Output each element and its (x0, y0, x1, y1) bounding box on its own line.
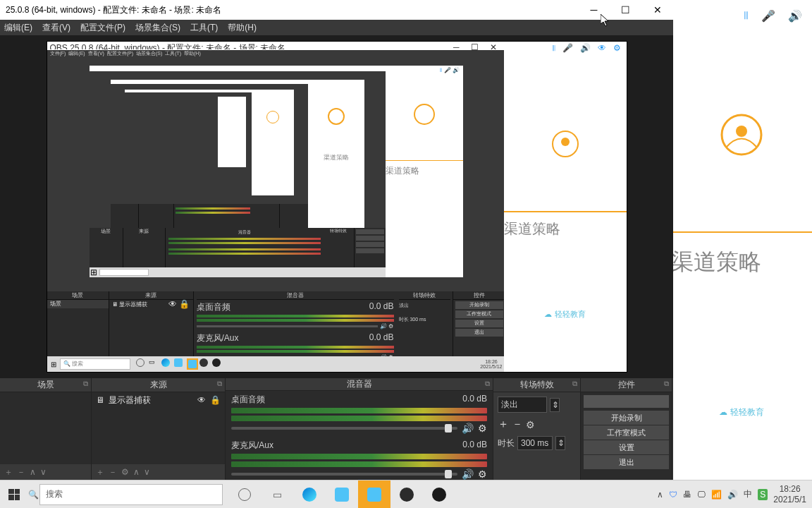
preview-area[interactable]: OBS 25.0.8 (64-bit, windows) - 配置文件: 未命名… (0, 35, 673, 378)
tray-wifi-icon[interactable]: 📶 (711, 490, 722, 500)
transition-spin[interactable]: ⇕ (550, 398, 560, 412)
windows-taskbar: 🔍 搜索 ▭ ∧ 🛡 🖶 🖵 📶 🔊 中 S 18:26 2021/5/1 (0, 480, 812, 508)
scene-down-button[interactable]: ∨ (40, 467, 47, 477)
tray-volume-icon[interactable]: 🔊 (727, 490, 738, 500)
nested-gear-icon: ⚙ (613, 43, 621, 54)
lock-toggle[interactable]: 🔒 (210, 395, 221, 405)
window-title: 25.0.8 (64-bit, windows) - 配置文件: 未命名 - 场… (6, 4, 578, 16)
tray-sogou-icon[interactable]: S (758, 489, 768, 500)
channel-name: 麦克风/Aux (231, 440, 273, 452)
taskbar-app-dark1[interactable] (390, 480, 423, 509)
popout-icon[interactable]: ⧉ (83, 380, 88, 388)
taskbar-app-1[interactable]: ▭ (261, 480, 293, 509)
tray-printer-icon[interactable]: 🖶 (683, 490, 691, 500)
visibility-toggle[interactable]: 👁 (197, 395, 206, 405)
nested-close-icon: ✕ (484, 42, 503, 49)
nested-speaker-icon: 🔊 (580, 43, 591, 54)
controls-body: 开始录制 工作室模式 设置 退出 (581, 392, 672, 480)
source-down-button[interactable]: ∨ (144, 467, 150, 477)
nested-max-icon: ☐ (465, 42, 484, 49)
studio-mode-button[interactable]: 工作室模式 (584, 425, 669, 440)
popout-icon[interactable]: ⧉ (485, 380, 490, 388)
stream-button[interactable] (584, 395, 669, 408)
remove-scene-button[interactable]: － (17, 466, 25, 478)
taskbar-edge[interactable] (293, 480, 326, 509)
nested-min-icon: ─ (448, 42, 465, 49)
popout-icon[interactable]: ⧉ (217, 380, 222, 388)
sources-list[interactable]: 🖥 显示器捕获 👁 🔒 (92, 392, 225, 464)
svg-point-1 (736, 126, 747, 137)
nested-title-text: 渠道策略 (504, 219, 627, 238)
settings-button[interactable]: 设置 (584, 440, 669, 454)
popout-icon[interactable]: ⧉ (572, 380, 577, 388)
menubar: 编辑(E) 查看(V) 配置文件(P) 场景集合(S) 工具(T) 帮助(H) (0, 20, 673, 35)
tray-chevron-icon[interactable]: ∧ (657, 490, 663, 500)
nested-signal-icon: ⫴ (552, 43, 555, 54)
taskbar-obs[interactable] (423, 480, 455, 509)
volume-slider[interactable] (231, 473, 457, 476)
channel-settings-button[interactable]: ⚙ (478, 468, 487, 480)
transition-select[interactable]: 淡出 (498, 397, 547, 413)
channel-settings-button[interactable]: ⚙ (478, 423, 487, 434)
add-transition-button[interactable]: ＋ (498, 417, 509, 432)
taskbar-app-blue[interactable] (326, 480, 358, 509)
audio-meter (231, 408, 487, 413)
mute-button[interactable]: 🔊 (462, 423, 474, 434)
search-icon[interactable]: 🔍 (28, 490, 38, 500)
audio-meter (231, 461, 487, 467)
mic-icon: 🎤 (761, 9, 775, 23)
nested-eye-icon: 👁 (598, 43, 606, 54)
menu-scenes[interactable]: 场景集合(S) (135, 22, 180, 34)
nested-logo (548, 126, 583, 162)
menu-edit[interactable]: 编辑(E) (4, 22, 32, 34)
remove-source-button[interactable]: － (109, 466, 117, 478)
exit-button[interactable]: 退出 (584, 455, 669, 469)
source-props-button[interactable]: ⚙ (121, 467, 129, 477)
mixer-body: 桌面音频 0.0 dB 🔊 ⚙ 麦克风/Aux 0.0 dB (226, 391, 493, 483)
nested-brand: ☁ 轻轻教育 (504, 309, 627, 320)
mute-button[interactable]: 🔊 (462, 468, 474, 480)
dock-sources: 来源 ⧉ 🖥 显示器捕获 👁 🔒 ＋ － ⚙ ∧ ∨ (92, 378, 226, 480)
close-button[interactable]: ✕ (641, 0, 673, 20)
minimize-button[interactable]: ─ (578, 0, 610, 20)
signal-icon: ⫴ (744, 9, 749, 22)
tray-shield-icon[interactable]: 🛡 (669, 490, 677, 500)
duration-spin[interactable]: ⇕ (555, 436, 565, 450)
start-recording-button[interactable]: 开始录制 (584, 411, 669, 425)
remove-transition-button[interactable]: － (512, 417, 523, 432)
svg-point-3 (561, 138, 570, 146)
taskbar-apps: ▭ (228, 480, 455, 509)
background-brand: ☁ 轻轻教育 (671, 405, 812, 418)
volume-slider[interactable] (231, 427, 457, 430)
add-scene-button[interactable]: ＋ (4, 466, 13, 478)
source-label: 显示器捕获 (109, 394, 151, 406)
source-up-button[interactable]: ∧ (133, 467, 140, 477)
tray-clock[interactable]: 18:26 2021/5/1 (773, 484, 806, 504)
nested-title: OBS 25.0.8 (64-bit, windows) - 配置文件: 未命名… (50, 42, 448, 49)
system-tray: ∧ 🛡 🖶 🖵 📶 🔊 中 S 18:26 2021/5/1 (651, 484, 812, 504)
menu-help[interactable]: 帮助(H) (228, 22, 257, 34)
taskbar-search-input[interactable]: 搜索 (39, 484, 223, 505)
task-view-button[interactable] (228, 480, 261, 509)
duration-input[interactable]: 300 ms (517, 436, 553, 450)
menu-tools[interactable]: 工具(T) (190, 22, 218, 34)
source-item-display[interactable]: 🖥 显示器捕获 👁 🔒 (92, 392, 225, 408)
duration-label: 时长 (498, 437, 515, 449)
monitor-icon: 🖥 (96, 395, 104, 405)
start-button[interactable] (0, 480, 28, 509)
tray-ime-icon[interactable]: 中 (744, 488, 752, 500)
divider (671, 231, 812, 233)
scenes-list[interactable] (0, 392, 91, 464)
transition-props-button[interactable]: ⚙ (526, 419, 535, 430)
add-source-button[interactable]: ＋ (96, 466, 104, 478)
scene-up-button[interactable]: ∧ (30, 467, 36, 477)
taskbar-app-active[interactable] (358, 480, 390, 509)
dock-scenes-header: 场景 ⧉ (0, 378, 91, 392)
tray-monitor-icon[interactable]: 🖵 (697, 490, 706, 500)
menu-profile[interactable]: 配置文件(P) (80, 22, 125, 34)
dock-sources-header: 来源 ⧉ (92, 378, 225, 392)
transitions-body: 淡出 ⇕ ＋ － ⚙ 时长 300 ms ⇕ (493, 392, 580, 459)
maximize-button[interactable]: ☐ (610, 0, 641, 20)
popout-icon[interactable]: ⧉ (664, 380, 669, 388)
menu-view[interactable]: 查看(V) (42, 22, 70, 34)
